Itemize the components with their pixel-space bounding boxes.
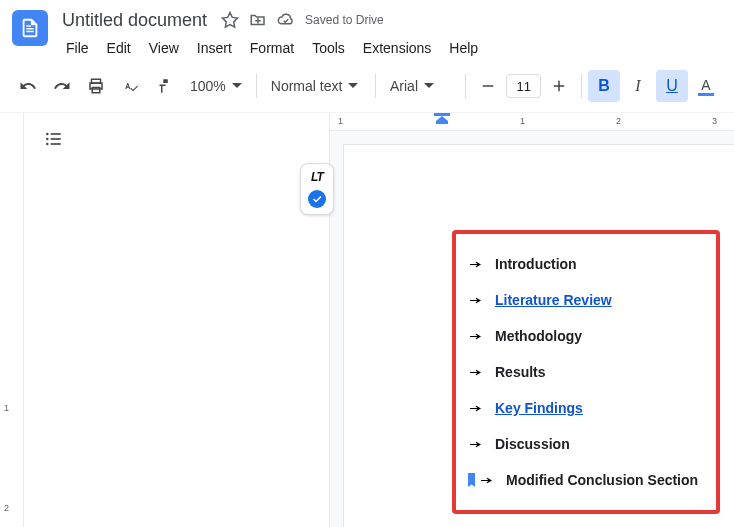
- style-value: Normal text: [271, 78, 343, 94]
- arrow-bullet-icon: [470, 259, 481, 270]
- list-item-text: Modified Conclusion Section: [506, 472, 698, 488]
- svg-point-5: [46, 138, 49, 141]
- ruler-mark: 1: [338, 116, 343, 126]
- menu-bar: FileEditViewInsertFormatToolsExtensionsH…: [58, 36, 722, 60]
- list-item[interactable]: Modified Conclusion Section: [466, 462, 706, 498]
- list-item[interactable]: Literature Review: [466, 282, 706, 318]
- font-size-input[interactable]: 11: [506, 74, 541, 98]
- arrow-bullet-icon: [481, 475, 492, 486]
- menu-tools[interactable]: Tools: [304, 36, 353, 60]
- arrow-bullet-icon: [470, 295, 481, 306]
- list-item-text[interactable]: Key Findings: [495, 400, 583, 416]
- docs-logo[interactable]: [12, 10, 48, 46]
- lt-icon: LT: [311, 170, 323, 184]
- bold-button[interactable]: B: [588, 70, 620, 102]
- underline-button[interactable]: U: [656, 70, 688, 102]
- horizontal-ruler: 1123: [330, 113, 734, 131]
- saved-status: Saved to Drive: [305, 13, 384, 27]
- ruler-mark: 2: [616, 116, 621, 126]
- menu-extensions[interactable]: Extensions: [355, 36, 439, 60]
- text-color-button[interactable]: A: [690, 70, 722, 102]
- outline-panel: [24, 113, 330, 527]
- font-value: Arial: [390, 78, 418, 94]
- svg-point-7: [46, 143, 49, 146]
- svg-rect-6: [51, 138, 61, 140]
- list-item-text[interactable]: Literature Review: [495, 292, 612, 308]
- bookmark-icon: [466, 473, 477, 487]
- zoom-value: 100%: [190, 78, 226, 94]
- print-button[interactable]: [80, 70, 112, 102]
- list-item[interactable]: Results: [466, 354, 706, 390]
- list-item[interactable]: Discussion: [466, 426, 706, 462]
- font-size-increase[interactable]: [543, 70, 575, 102]
- outline-toggle-icon[interactable]: [44, 129, 313, 152]
- chevron-down-icon: [348, 78, 358, 94]
- ruler-mark: 2: [4, 503, 9, 513]
- arrow-bullet-icon: [470, 439, 481, 450]
- document-page[interactable]: IntroductionLiterature ReviewMethodology…: [344, 145, 734, 527]
- zoom-dropdown[interactable]: 100%: [182, 71, 250, 101]
- menu-file[interactable]: File: [58, 36, 97, 60]
- arrow-bullet-icon: [470, 331, 481, 342]
- document-title[interactable]: Untitled document: [58, 10, 211, 31]
- list-item-text: Discussion: [495, 436, 570, 452]
- style-dropdown[interactable]: Normal text: [263, 71, 369, 101]
- ruler-mark: 1: [4, 403, 9, 413]
- list-item[interactable]: Introduction: [466, 246, 706, 282]
- paint-format-button[interactable]: [148, 70, 180, 102]
- menu-help[interactable]: Help: [441, 36, 486, 60]
- list-item[interactable]: Key Findings: [466, 390, 706, 426]
- menu-format[interactable]: Format: [242, 36, 302, 60]
- annotation-highlight: IntroductionLiterature ReviewMethodology…: [452, 230, 720, 514]
- star-icon[interactable]: [221, 11, 239, 29]
- svg-rect-8: [51, 143, 61, 145]
- arrow-bullet-icon: [470, 403, 481, 414]
- font-dropdown[interactable]: Arial: [382, 71, 459, 101]
- font-size-decrease[interactable]: [472, 70, 504, 102]
- menu-edit[interactable]: Edit: [99, 36, 139, 60]
- list-item[interactable]: Methodology: [466, 318, 706, 354]
- ruler-mark: 3: [712, 116, 717, 126]
- cloud-saved-icon[interactable]: [277, 11, 295, 29]
- list-item-text: Results: [495, 364, 546, 380]
- chevron-down-icon: [424, 78, 434, 94]
- redo-button[interactable]: [46, 70, 78, 102]
- spellcheck-button[interactable]: [114, 70, 146, 102]
- toolbar: 100% Normal text Arial 11 B I U A: [0, 66, 734, 113]
- chevron-down-icon: [232, 78, 242, 94]
- svg-point-3: [46, 133, 49, 136]
- undo-button[interactable]: [12, 70, 44, 102]
- list-item-text: Methodology: [495, 328, 582, 344]
- vertical-ruler: 12: [0, 113, 24, 527]
- menu-view[interactable]: View: [141, 36, 187, 60]
- list-item-text: Introduction: [495, 256, 577, 272]
- move-icon[interactable]: [249, 11, 267, 29]
- svg-rect-4: [51, 133, 61, 135]
- indent-marker[interactable]: [432, 113, 452, 131]
- italic-button[interactable]: I: [622, 70, 654, 102]
- document-area: 1123 IntroductionLiterature ReviewMethod…: [330, 113, 734, 527]
- ruler-mark: 1: [520, 116, 525, 126]
- menu-insert[interactable]: Insert: [189, 36, 240, 60]
- language-tool-badge[interactable]: LT: [300, 163, 334, 215]
- arrow-bullet-icon: [470, 367, 481, 378]
- check-circle-icon: [308, 190, 326, 208]
